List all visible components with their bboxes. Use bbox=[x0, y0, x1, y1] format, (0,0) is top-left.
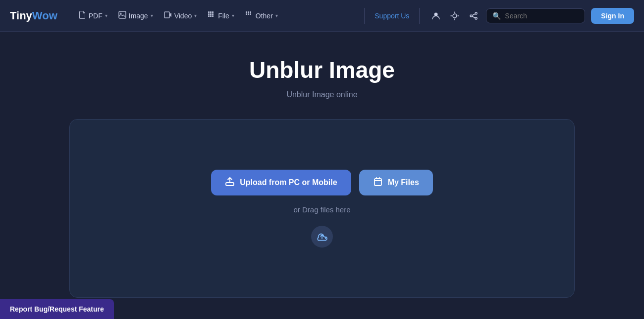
svg-rect-13 bbox=[248, 11, 249, 13]
report-bug-button[interactable]: Report Bug/Request Feature bbox=[0, 299, 114, 319]
search-icon: 🔍 bbox=[492, 12, 501, 20]
svg-rect-12 bbox=[246, 11, 247, 13]
chevron-image: ▾ bbox=[151, 13, 153, 18]
chevron-other: ▾ bbox=[275, 13, 278, 18]
header-icons bbox=[428, 7, 482, 24]
main-content: Unblur Image Unblur Image online Upload … bbox=[0, 32, 644, 308]
other-icon bbox=[245, 11, 253, 20]
svg-rect-6 bbox=[208, 13, 210, 15]
nav-divider-2 bbox=[419, 8, 420, 24]
main-nav: PDF ▾ Image ▾ Video ▾ File ▾ bbox=[73, 8, 359, 23]
avatar-icon-btn[interactable] bbox=[428, 7, 444, 24]
logo-wow: Wow bbox=[32, 9, 57, 22]
chevron-file: ▾ bbox=[232, 13, 234, 18]
upload-icon bbox=[225, 177, 235, 189]
page-subtitle: Unblur Image online bbox=[286, 90, 357, 99]
svg-rect-0 bbox=[119, 11, 126, 18]
upload-area: Upload from PC or Mobile My Files or Dra… bbox=[69, 119, 575, 298]
svg-point-1 bbox=[120, 13, 121, 14]
nav-item-other[interactable]: Other ▾ bbox=[240, 8, 283, 23]
svg-point-19 bbox=[453, 14, 457, 18]
svg-rect-16 bbox=[248, 13, 249, 15]
svg-rect-2 bbox=[164, 12, 169, 18]
share-icon-btn[interactable] bbox=[465, 7, 482, 24]
svg-rect-17 bbox=[250, 13, 251, 15]
svg-rect-7 bbox=[210, 13, 212, 15]
video-icon bbox=[164, 11, 172, 20]
svg-line-27 bbox=[472, 14, 475, 15]
svg-rect-15 bbox=[246, 13, 247, 15]
upload-btn-label: Upload from PC or Mobile bbox=[240, 178, 337, 187]
nav-label-video: Video bbox=[174, 12, 192, 20]
pdf-icon bbox=[78, 11, 86, 20]
search-box: 🔍 bbox=[486, 8, 585, 23]
svg-rect-9 bbox=[208, 15, 210, 17]
support-us-link[interactable]: Support Us bbox=[371, 9, 413, 23]
my-files-btn-label: My Files bbox=[388, 178, 419, 187]
svg-rect-4 bbox=[210, 11, 212, 13]
svg-rect-3 bbox=[208, 11, 210, 13]
logo[interactable]: TinyWow bbox=[10, 9, 65, 22]
theme-toggle-btn[interactable] bbox=[446, 7, 463, 24]
file-icon bbox=[208, 11, 215, 20]
svg-rect-14 bbox=[250, 11, 251, 13]
upload-from-pc-button[interactable]: Upload from PC or Mobile bbox=[211, 170, 351, 195]
svg-rect-30 bbox=[375, 179, 381, 186]
upload-buttons: Upload from PC or Mobile My Files bbox=[211, 170, 433, 195]
nav-divider bbox=[364, 8, 365, 24]
header: TinyWow PDF ▾ Image ▾ Video ▾ bbox=[0, 0, 644, 32]
sign-in-button[interactable]: Sign In bbox=[591, 8, 634, 24]
image-icon bbox=[118, 11, 126, 20]
my-files-button[interactable]: My Files bbox=[359, 170, 433, 195]
chevron-pdf: ▾ bbox=[105, 13, 107, 18]
svg-rect-11 bbox=[212, 15, 214, 17]
nav-item-pdf[interactable]: PDF ▾ bbox=[73, 8, 112, 23]
search-input[interactable] bbox=[505, 12, 579, 20]
svg-line-28 bbox=[472, 16, 475, 18]
chevron-video: ▾ bbox=[194, 13, 197, 18]
logo-tiny: Tiny bbox=[10, 9, 32, 22]
nav-label-pdf: PDF bbox=[89, 12, 103, 20]
nav-label-file: File bbox=[218, 12, 229, 20]
svg-rect-10 bbox=[210, 15, 212, 17]
svg-rect-8 bbox=[212, 13, 214, 15]
nav-item-video[interactable]: Video ▾ bbox=[159, 8, 202, 23]
nav-label-other: Other bbox=[256, 12, 273, 20]
nav-label-image: Image bbox=[129, 12, 148, 20]
nav-item-image[interactable]: Image ▾ bbox=[113, 8, 158, 23]
nav-item-file[interactable]: File ▾ bbox=[203, 8, 239, 23]
page-title: Unblur Image bbox=[249, 57, 395, 83]
drag-text: or Drag files here bbox=[293, 205, 350, 214]
cloud-upload-icon bbox=[311, 226, 333, 248]
my-files-icon bbox=[373, 177, 383, 189]
svg-rect-5 bbox=[212, 11, 214, 13]
